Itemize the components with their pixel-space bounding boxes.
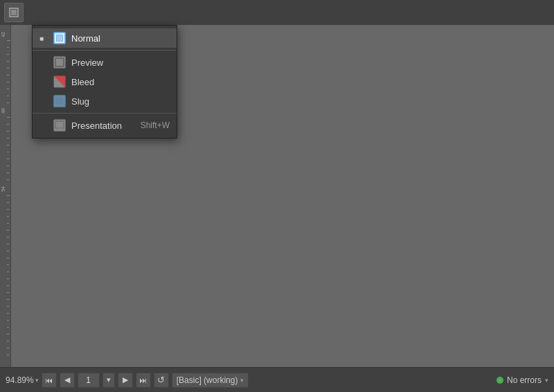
presentation-icon [53, 119, 66, 132]
slug-icon [53, 95, 66, 107]
svg-rect-10 [59, 128, 60, 130]
bleed-label: Bleed [71, 77, 170, 87]
page-chevron-btn[interactable]: ▾ [102, 373, 115, 388]
zoom-control[interactable]: 94.89% ▾ [6, 375, 39, 385]
menu-item-slug[interactable]: Slug [33, 91, 177, 111]
rotate-view-button[interactable]: ↺ [154, 373, 169, 388]
status-bar: 94.89% ▾ ⏮ ◀ ▾ ▶ ⏭ ↺ [Basic] (working) ▾… [0, 367, 554, 392]
menu-item-presentation[interactable]: Presentation Shift+W [33, 116, 177, 135]
ruler-left: 42 48 54 [0, 25, 11, 367]
svg-rect-11 [57, 130, 62, 130]
svg-rect-1 [11, 10, 17, 15]
zoom-value: 94.89% [6, 375, 34, 385]
prev-page-button[interactable]: ◀ [60, 373, 75, 388]
menu-separator-1 [33, 50, 177, 51]
preview-label: Preview [71, 57, 170, 68]
page-chevron-icon: ▾ [107, 375, 111, 384]
bleed-icon [53, 75, 66, 88]
errors-section[interactable]: No errors ▾ [497, 375, 548, 385]
screen-mode-button[interactable] [4, 3, 24, 22]
normal-icon [53, 32, 66, 44]
zoom-chevron: ▾ [35, 377, 39, 384]
ruler-mark-54: 54 [1, 186, 6, 192]
menu-item-preview[interactable]: Preview [33, 53, 177, 72]
page-input[interactable] [78, 373, 100, 388]
menu-item-normal[interactable]: ■ Normal [33, 28, 177, 48]
top-bar [0, 0, 554, 25]
last-page-button[interactable]: ⏭ [136, 373, 151, 388]
ruler-mark-42: 42 [1, 32, 6, 37]
first-page-button[interactable]: ⏮ [42, 373, 57, 388]
check-icon: ■ [39, 35, 48, 42]
preview-icon [53, 56, 66, 69]
menu-separator-2 [33, 113, 177, 114]
next-page-button[interactable]: ▶ [118, 373, 133, 388]
presentation-shortcut: Shift+W [141, 121, 170, 130]
no-errors-indicator [497, 377, 503, 384]
slug-label: Slug [71, 96, 170, 107]
svg-rect-3 [57, 35, 62, 41]
errors-label: No errors [507, 375, 542, 385]
normal-label: Normal [71, 33, 170, 44]
svg-rect-8 [55, 97, 64, 105]
profile-chevron: ▾ [240, 377, 244, 384]
menu-item-bleed[interactable]: Bleed [33, 72, 177, 91]
profile-label: [Basic] (working) [177, 375, 238, 385]
svg-rect-5 [56, 59, 63, 66]
profile-select[interactable]: [Basic] (working) ▾ [172, 373, 249, 388]
ruler-mark-48: 48 [1, 108, 6, 114]
errors-chevron: ▾ [545, 377, 548, 384]
presentation-label: Presentation [71, 121, 135, 131]
svg-rect-9 [55, 121, 64, 128]
screen-mode-dropdown: ■ Normal Preview Bleed [32, 25, 177, 139]
